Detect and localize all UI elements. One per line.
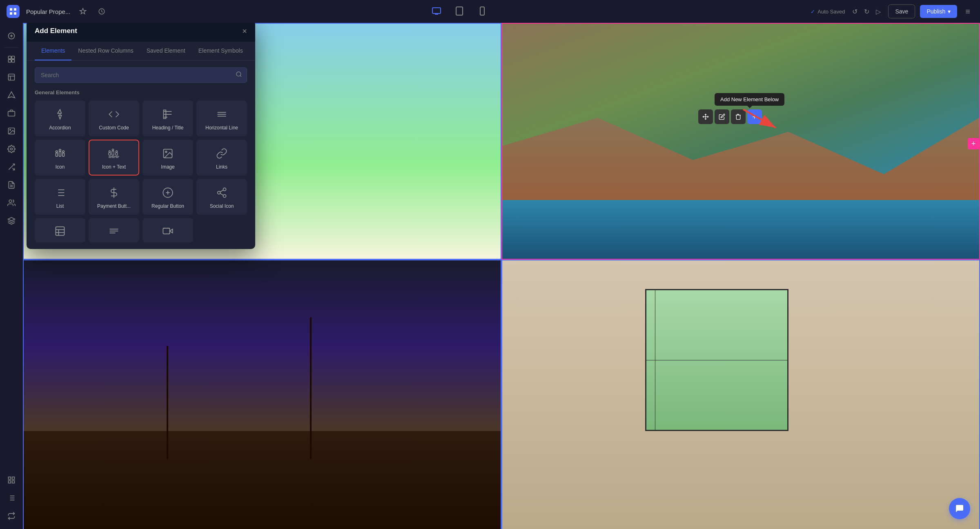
element-card-video[interactable] xyxy=(143,218,193,242)
element-card-social-icon[interactable]: Social Icon xyxy=(196,179,247,215)
svg-line-47 xyxy=(743,109,776,128)
tab-nested-row-columns[interactable]: Nested Row Columns xyxy=(71,42,140,60)
svg-rect-1 xyxy=(14,8,16,11)
svg-rect-61 xyxy=(109,153,111,155)
element-card-horizontal-line[interactable]: Horizontal Line xyxy=(196,100,247,136)
svg-point-31 xyxy=(9,200,12,203)
play-button[interactable]: ▷ xyxy=(873,5,883,18)
topbar: Popular Prope... ✓ Auto Saved ↺ ↻ ▷ Save xyxy=(0,0,980,23)
sidebar-item-add[interactable] xyxy=(3,28,20,44)
svg-point-74 xyxy=(165,151,167,153)
pin-icon[interactable] xyxy=(77,5,89,18)
search-input[interactable] xyxy=(35,67,247,83)
element-card-table[interactable] xyxy=(35,218,85,242)
element-card-image[interactable]: Image xyxy=(143,140,193,176)
publish-dropdown-icon: ▾ xyxy=(948,8,951,15)
element-card-list[interactable]: List xyxy=(35,179,85,215)
icon-card-icon xyxy=(54,147,66,160)
accordion-label: Accordion xyxy=(49,125,71,131)
tab-elements[interactable]: Elements xyxy=(35,42,71,60)
dialog-tabs: Elements Nested Row Columns Saved Elemen… xyxy=(27,42,255,61)
element-card-custom-code[interactable]: Custom Code xyxy=(89,100,139,136)
sidebar-item-layout[interactable] xyxy=(3,69,20,85)
element-card-icon[interactable]: Icon xyxy=(35,140,85,176)
dialog-close-button[interactable]: × xyxy=(242,27,247,35)
custom-code-icon xyxy=(108,108,120,121)
svg-rect-94 xyxy=(163,228,169,234)
sidebar-item-navigator[interactable] xyxy=(3,87,20,103)
svg-point-82 xyxy=(223,188,226,191)
element-card-accordion[interactable]: Accordion xyxy=(35,100,85,136)
element-card-icon-text[interactable]: Icon + Text xyxy=(89,140,139,176)
element-card-links[interactable]: Links xyxy=(196,140,247,176)
text-icon xyxy=(108,224,120,238)
svg-rect-2 xyxy=(10,12,12,15)
sidebar-item-members[interactable] xyxy=(3,195,20,211)
sidebar-item-pages[interactable] xyxy=(3,51,20,67)
image-label: Image xyxy=(161,164,174,170)
sidebar-item-media[interactable] xyxy=(3,123,20,139)
svg-rect-3 xyxy=(14,12,16,15)
app-grid-button[interactable] xyxy=(7,5,20,18)
sidebar-item-integrations[interactable] xyxy=(3,159,20,175)
svg-rect-65 xyxy=(116,153,118,155)
image-card-icon xyxy=(162,147,174,160)
save-button[interactable]: Save xyxy=(888,4,915,18)
svg-rect-63 xyxy=(112,151,114,155)
svg-point-48 xyxy=(236,72,241,76)
table-icon xyxy=(54,224,66,238)
links-icon xyxy=(216,147,227,160)
image-cell-left-bottom[interactable] xyxy=(23,260,501,529)
element-card-payment-button[interactable]: Payment Butt... xyxy=(89,179,139,215)
element-card-regular-button[interactable]: Regular Button xyxy=(143,179,193,215)
red-arrow xyxy=(739,105,788,138)
sidebar-item-settings[interactable] xyxy=(3,141,20,157)
redo-button[interactable]: ↻ xyxy=(862,5,872,18)
menu-button[interactable]: ≡ xyxy=(962,5,973,18)
undo-button[interactable]: ↺ xyxy=(850,5,860,18)
links-label: Links xyxy=(216,164,227,170)
horizontal-line-icon xyxy=(216,108,227,121)
svg-point-58 xyxy=(59,149,61,151)
edit-element-button[interactable] xyxy=(715,109,729,124)
image-cell-right-top[interactable]: Add New Element Below xyxy=(501,23,980,260)
sidebar-item-settings-bottom[interactable] xyxy=(3,508,20,524)
sidebar-item-elements[interactable] xyxy=(3,105,20,121)
image-cell-right-bottom[interactable] xyxy=(501,260,980,529)
auto-saved-status: ✓ Auto Saved xyxy=(811,9,845,15)
sidebar-item-forms[interactable] xyxy=(3,177,20,193)
history-icon[interactable] xyxy=(96,5,108,18)
tab-saved-element[interactable]: Saved Element xyxy=(140,42,192,60)
tablet-view-button[interactable] xyxy=(450,4,468,20)
sidebar-item-plugins[interactable] xyxy=(3,213,20,229)
add-new-element-tooltip: Add New Element Below xyxy=(715,93,784,106)
sidebar-item-lists[interactable] xyxy=(3,490,20,506)
svg-rect-33 xyxy=(12,477,15,480)
list-icon xyxy=(54,186,66,199)
svg-rect-17 xyxy=(9,60,11,62)
svg-rect-5 xyxy=(432,8,441,13)
svg-rect-59 xyxy=(62,153,65,156)
chat-bubble[interactable] xyxy=(949,498,970,519)
add-element-dialog: Add Element × Elements Nested Row Column… xyxy=(27,20,255,249)
svg-point-26 xyxy=(11,148,13,150)
add-element-edge-button[interactable]: + xyxy=(968,138,979,149)
icon-text-label: Icon + Text xyxy=(102,164,126,170)
tab-element-symbols[interactable]: Element Symbols xyxy=(192,42,249,60)
sidebar-item-widgets[interactable] xyxy=(3,472,20,488)
element-card-text[interactable] xyxy=(89,218,139,242)
sidebar-divider-1 xyxy=(5,47,18,48)
svg-point-60 xyxy=(62,151,65,153)
desktop-view-button[interactable] xyxy=(428,4,445,20)
list-label: List xyxy=(56,203,64,209)
element-card-heading[interactable]: Heading / Title xyxy=(143,100,193,136)
svg-line-86 xyxy=(220,190,223,192)
social-icon-icon xyxy=(216,186,227,199)
elements-grid: Accordion Custom Code xyxy=(35,100,247,215)
mobile-view-button[interactable] xyxy=(473,4,491,20)
svg-rect-55 xyxy=(56,153,58,156)
move-element-button[interactable] xyxy=(698,109,713,124)
svg-rect-35 xyxy=(9,481,11,483)
publish-button[interactable]: Publish ▾ xyxy=(920,5,957,18)
svg-rect-34 xyxy=(12,481,15,483)
